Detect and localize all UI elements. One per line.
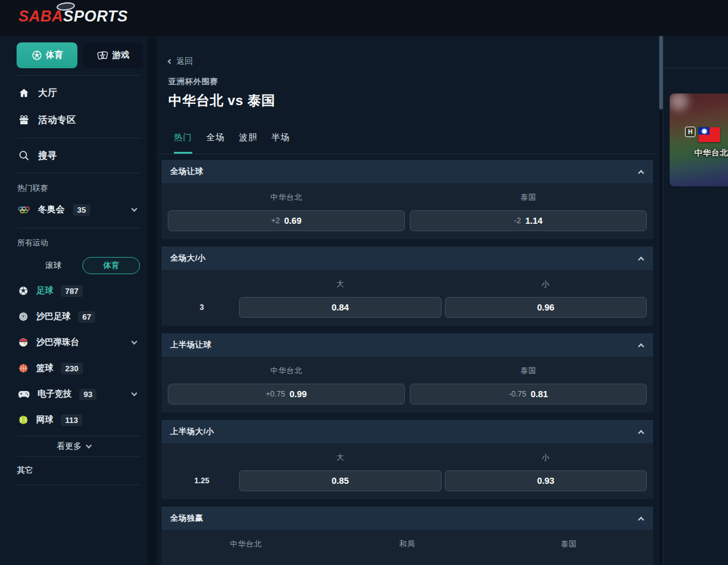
market-header[interactable]: 全场大/小 — [162, 247, 653, 270]
odds-button-under[interactable]: 0.93 — [445, 470, 648, 491]
handicap-line: +0.75 — [266, 390, 286, 398]
market-header[interactable]: 全场让球 — [162, 160, 653, 183]
market-title: 全场独赢 — [170, 513, 203, 524]
home-team-card[interactable]: H 中华台北 — [670, 93, 728, 186]
back-label: 返回 — [176, 56, 193, 67]
league-label: 冬奥会 — [38, 204, 65, 215]
column-header-spacer — [168, 275, 236, 297]
odds-value: 0.69 — [284, 216, 302, 226]
sports-mode-button[interactable]: 体育 — [17, 42, 77, 68]
chevron-down-icon[interactable] — [131, 206, 138, 212]
saba-soccer-icon — [18, 311, 29, 322]
mode-label: 游戏 — [112, 50, 130, 61]
divider — [663, 68, 728, 68]
market-section-ft-over-under: 全场大/小 大 小 3 0.84 0.96 — [162, 247, 653, 326]
divider — [17, 75, 141, 76]
sidebar-item-saba-soccer[interactable]: 沙巴足球 67 — [0, 304, 147, 330]
column-header: 中华台北 — [168, 189, 405, 210]
sidebar-item-saba-pinball[interactable]: 沙巴弹珠台 — [0, 330, 147, 355]
other-heading: 其它 — [0, 465, 147, 476]
divider — [17, 484, 141, 485]
tab-halftime[interactable]: 半场 — [272, 132, 290, 154]
odds-button-over[interactable]: 0.84 — [239, 297, 442, 318]
soccer-ball-icon — [31, 50, 42, 61]
mode-label: 体育 — [46, 50, 63, 61]
sport-count-badge: 113 — [61, 414, 82, 426]
column-header: 泰国 — [490, 535, 647, 557]
odds-button-home[interactable]: +2 0.69 — [168, 210, 405, 231]
chevron-up-icon — [638, 516, 644, 523]
sport-label: 电子竞技 — [37, 389, 72, 400]
market-title: 上半场让球 — [170, 339, 212, 350]
sidebar-item-search[interactable]: 搜寻 — [0, 142, 147, 169]
see-more-button[interactable]: 看更多 — [0, 437, 147, 456]
flag-sun — [702, 129, 706, 133]
live-prematch-toggle: 滚球 体育 — [25, 257, 140, 274]
sidebar-item-label: 活动专区 — [38, 114, 76, 126]
sidebar-item-basketball[interactable]: 篮球 230 — [0, 355, 147, 381]
hot-leagues-heading: 热门联赛 — [0, 183, 147, 194]
column-header: 小 — [445, 275, 648, 297]
right-panel: H 中华台北 — [663, 36, 728, 565]
sport-count-badge: 787 — [61, 285, 83, 297]
chevron-up-icon — [638, 256, 644, 263]
divider — [17, 227, 141, 228]
sidebar-item-lobby[interactable]: 大厅 — [0, 79, 147, 106]
home-badge: H — [685, 127, 695, 137]
market-section-fh-handicap: 上半场让球 中华台北 泰国 +0.75 0.99 -0.75 0.81 — [162, 333, 653, 413]
market-body: 大 小 3 0.84 0.96 — [162, 270, 653, 326]
market-tabs: 热门 全场 波胆 半场 — [157, 132, 659, 154]
odds-button-away[interactable]: -0.75 0.81 — [410, 384, 647, 405]
market-title: 全场让球 — [170, 166, 203, 177]
sidebar-item-soccer[interactable]: 足球 787 — [0, 278, 147, 304]
market-header[interactable]: 全场独赢 — [162, 507, 653, 530]
column-header: 中华台北 — [168, 535, 324, 557]
odds-value: 0.93 — [537, 476, 554, 486]
sidebar-item-promotions[interactable]: 活动专区 — [0, 106, 147, 133]
sport-count-badge: 93 — [79, 389, 96, 400]
mode-switcher: 体育 游戏 — [17, 42, 147, 68]
see-more-label: 看更多 — [57, 441, 82, 452]
sidebar-item-esports[interactable]: 电子竞技 93 — [0, 381, 147, 407]
sidebar-item-winter-olympics[interactable]: 冬奥会 35 — [0, 196, 147, 223]
sport-count-badge: 67 — [78, 311, 95, 323]
team-name: 中华台北 — [694, 148, 728, 159]
sidebar-item-tennis[interactable]: 网球 113 — [0, 407, 147, 433]
toggle-live[interactable]: 滚球 — [25, 257, 82, 274]
chevron-down-icon[interactable] — [131, 339, 138, 345]
logo-saba-text: SABA — [18, 7, 63, 25]
odds-value: 0.81 — [531, 389, 548, 399]
tab-hot[interactable]: 热门 — [174, 132, 192, 154]
column-header: 泰国 — [410, 189, 647, 210]
column-header: 小 — [445, 449, 648, 470]
market-section-ft-moneyline: 全场独赢 中华台北 和局 泰国 — [162, 507, 653, 565]
odds-button-over[interactable]: 0.85 — [239, 470, 442, 491]
odds-button-away[interactable]: -2 1.14 — [410, 210, 647, 231]
gamepad-icon — [18, 390, 30, 399]
games-mode-button[interactable]: 游戏 — [82, 42, 143, 68]
market-section-ft-handicap: 全场让球 中华台北 泰国 +2 0.69 -2 1.14 — [162, 160, 653, 239]
gift-icon — [18, 114, 30, 126]
saba-sports-logo[interactable]: SABASPORTS — [18, 7, 128, 25]
tab-correct-score[interactable]: 波胆 — [239, 132, 257, 154]
chevron-up-icon — [638, 343, 644, 349]
tab-fulltime[interactable]: 全场 — [206, 132, 225, 154]
back-button[interactable]: 返回 — [168, 56, 659, 67]
odds-button-under[interactable]: 0.96 — [445, 297, 648, 318]
market-section-fh-over-under: 上半场大/小 大 小 1.25 0.85 0.93 — [162, 420, 653, 499]
odds-button-home[interactable]: +0.75 0.99 — [168, 384, 405, 405]
sport-label: 足球 — [36, 285, 53, 296]
all-sports-heading: 所有运动 — [0, 238, 147, 248]
market-header[interactable]: 上半场让球 — [162, 333, 653, 357]
match-detail-panel: 返回 亚洲杯外围赛 中华台北 vs 泰国 热门 全场 波胆 半场 全场让球 中华… — [157, 36, 659, 565]
column-header: 中华台北 — [168, 362, 405, 384]
sidebar-item-label: 大厅 — [38, 87, 57, 99]
market-body: 中华台北 泰国 +0.75 0.99 -0.75 0.81 — [162, 357, 653, 413]
odds-value: 0.84 — [332, 302, 349, 312]
column-header: 大 — [239, 449, 442, 470]
market-header[interactable]: 上半场大/小 — [162, 420, 653, 443]
goal-line: 1.25 — [168, 470, 236, 491]
topbar: SABASPORTS — [0, 0, 728, 36]
toggle-sports[interactable]: 体育 — [82, 257, 140, 274]
chevron-down-icon[interactable] — [131, 390, 138, 397]
